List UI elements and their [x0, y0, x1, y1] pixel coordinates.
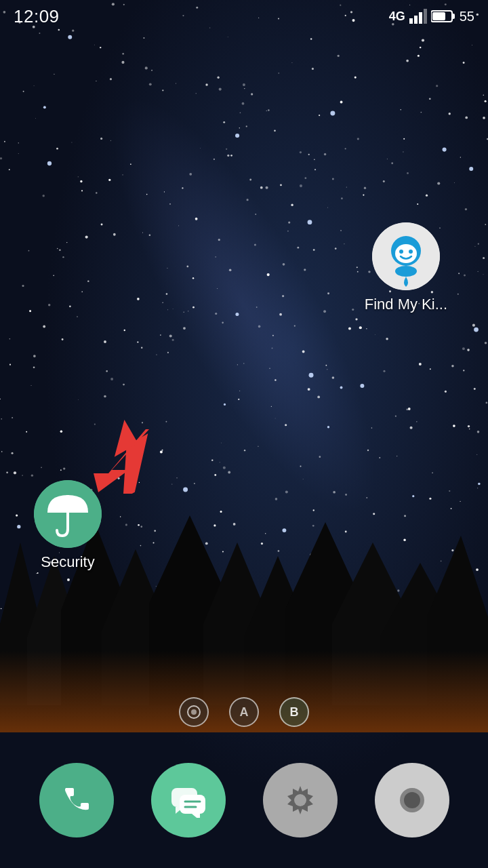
svg-point-40	[404, 792, 420, 808]
svg-point-24	[395, 266, 417, 277]
battery-icon	[431, 9, 455, 23]
find-my-kids-app[interactable]: Find My Ki...	[365, 222, 447, 313]
nav-a-label: A	[240, 705, 249, 719]
nav-b-button[interactable]: B	[279, 697, 309, 727]
signal-bars-icon	[409, 9, 427, 24]
find-my-kids-icon	[372, 222, 440, 290]
security-app[interactable]: Security	[34, 480, 102, 571]
red-arrow	[81, 419, 163, 494]
svg-rect-18	[432, 12, 445, 20]
battery-level: 55	[460, 9, 474, 24]
svg-marker-34	[192, 814, 200, 818]
nav-home-button[interactable]	[179, 697, 209, 727]
svg-rect-12	[409, 18, 413, 24]
dock-phone-button[interactable]	[39, 763, 114, 837]
svg-point-23	[409, 250, 413, 254]
svg-point-30	[191, 709, 197, 715]
status-bar: 12:09 4G 55	[0, 0, 488, 33]
dock-messages-button[interactable]	[151, 763, 226, 837]
svg-rect-14	[419, 12, 422, 24]
svg-point-38	[294, 794, 306, 806]
svg-rect-33	[180, 795, 205, 814]
nav-b-label: B	[290, 705, 299, 719]
nav-a-button[interactable]: A	[229, 697, 259, 727]
dock	[0, 732, 488, 868]
svg-rect-17	[452, 14, 455, 19]
svg-point-22	[399, 250, 403, 254]
dock-settings-button[interactable]	[263, 763, 338, 837]
svg-rect-13	[414, 16, 418, 24]
status-icons: 4G 55	[389, 9, 474, 24]
svg-rect-15	[424, 9, 427, 24]
status-time: 12:09	[14, 6, 60, 27]
signal-4g-icon: 4G	[389, 9, 405, 24]
svg-point-21	[395, 244, 417, 263]
nav-bar: A B	[0, 692, 488, 732]
dock-record-button[interactable]	[375, 763, 449, 837]
desktop-area: Find My Ki... Security	[0, 33, 488, 692]
find-my-kids-label: Find My Ki...	[365, 296, 447, 313]
security-label: Security	[41, 553, 94, 571]
